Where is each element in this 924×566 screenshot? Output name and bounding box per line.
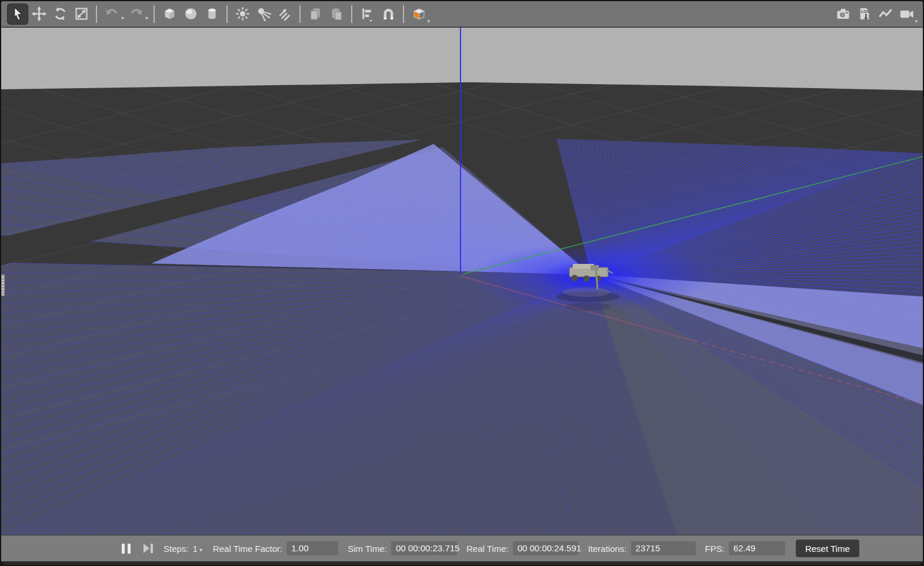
rotate-icon: [52, 6, 68, 22]
undo-icon: [104, 6, 120, 22]
redo-button[interactable]: [125, 4, 146, 25]
sim-time-label: Sim Time:: [348, 544, 387, 554]
box-button[interactable]: [159, 4, 180, 25]
record-video-icon: [899, 6, 915, 22]
paste-icon: [329, 6, 345, 22]
fps-label: FPS:: [705, 544, 725, 554]
real-time-field: 00 00:00:24.591: [513, 541, 579, 555]
snap-button[interactable]: [378, 4, 399, 25]
box-icon: [162, 6, 178, 22]
toolbar-right-group: LOG▾: [832, 4, 917, 25]
pause-button[interactable]: [122, 544, 131, 554]
iterations-label: Iterations:: [588, 544, 627, 554]
toolbar-separator: [154, 5, 155, 23]
splitter-handle[interactable]: [1, 274, 5, 296]
record-video-button[interactable]: ▾: [896, 4, 917, 25]
iterations-field: 23715: [631, 541, 696, 555]
svg-text:LOG: LOG: [860, 9, 869, 14]
insert-model-button[interactable]: ▾: [408, 4, 429, 25]
toolbar-separator: [351, 5, 352, 23]
dropdown-caret[interactable]: ▾: [915, 19, 918, 24]
spot-light-button[interactable]: (: [253, 4, 274, 25]
directional-light-button[interactable]: [274, 4, 295, 25]
translate-icon: [31, 6, 47, 22]
log-button[interactable]: LOG: [853, 4, 875, 25]
steps-value: 1: [193, 544, 198, 554]
cylinder-icon: [204, 6, 220, 22]
steps-spinbox[interactable]: 1 ▾: [193, 544, 202, 554]
point-light-button[interactable]: [232, 4, 253, 25]
steps-label: Steps:: [164, 544, 189, 554]
step-button[interactable]: [144, 544, 153, 553]
toolbar-separator: [226, 5, 228, 23]
align-button[interactable]: [356, 4, 378, 25]
translate-button[interactable]: [28, 4, 49, 25]
rtf-label: Real Time Factor:: [213, 544, 282, 554]
select-button[interactable]: [7, 4, 28, 25]
spot-light-icon: (: [256, 6, 272, 22]
scale-button[interactable]: [71, 4, 92, 25]
insert-model-icon: [411, 6, 427, 22]
log-icon: LOG: [856, 6, 872, 22]
sphere-button[interactable]: [180, 4, 201, 25]
scale-icon: [74, 6, 89, 22]
gazebo-window: ▾▾(▾LOG▾ Steps: 1 ▾ Real Time Factor: 1.…: [0, 0, 924, 566]
screenshot-icon: [835, 6, 851, 22]
select-icon: [10, 6, 26, 22]
rotate-button[interactable]: [49, 4, 71, 25]
render-scene[interactable]: [1, 28, 923, 535]
fps-field: 62.49: [729, 541, 785, 555]
point-light-icon: [235, 6, 251, 22]
copy-button[interactable]: [305, 4, 326, 25]
undo-button[interactable]: [101, 4, 122, 25]
redo-icon: [128, 6, 144, 22]
chevron-down-icon[interactable]: ▾: [199, 547, 202, 553]
snap-icon: [381, 6, 396, 22]
pause-icon: [122, 544, 125, 554]
toolbar-separator: [403, 5, 404, 23]
scene-viewport[interactable]: [1, 28, 923, 535]
sky: [1, 28, 923, 91]
align-icon: [359, 6, 375, 22]
paste-button[interactable]: [326, 4, 347, 25]
rtf-field: 1.00: [286, 541, 338, 555]
screenshot-button[interactable]: [832, 4, 853, 25]
cylinder-button[interactable]: [201, 4, 222, 25]
toolbar-separator: [299, 5, 301, 23]
copy-icon: [308, 6, 323, 22]
sphere-icon: [183, 6, 199, 22]
main-toolbar: ▾▾(▾LOG▾: [1, 1, 923, 27]
real-time-label: Real Time:: [466, 544, 509, 554]
directional-light-icon: [277, 6, 293, 22]
plot-button[interactable]: [875, 4, 896, 25]
sim-time-field: 00 00:00:23.715: [391, 541, 457, 555]
simulation-statusbar: Steps: 1 ▾ Real Time Factor: 1.00 Sim Ti…: [1, 535, 923, 561]
toolbar-separator: [96, 5, 97, 23]
dropdown-caret[interactable]: ▾: [428, 19, 431, 24]
plot-icon: [878, 6, 893, 22]
reset-time-button[interactable]: Reset Time: [796, 540, 859, 557]
step-icon: [144, 544, 149, 553]
